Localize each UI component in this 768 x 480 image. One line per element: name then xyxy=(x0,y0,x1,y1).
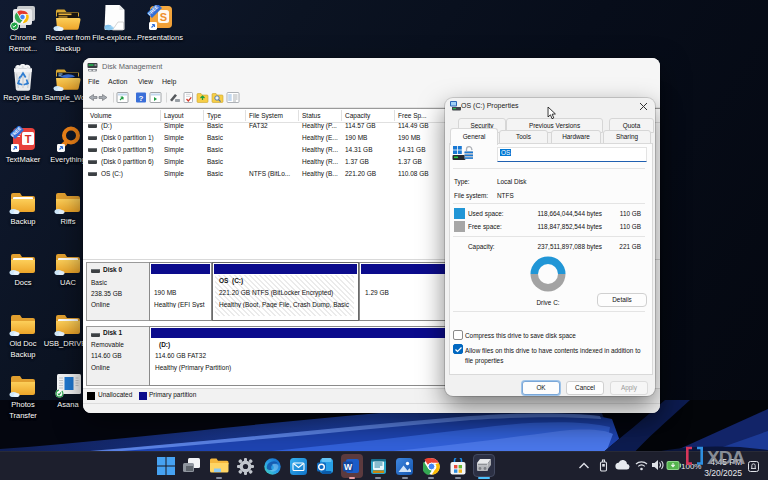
svg-text:?: ? xyxy=(139,94,144,103)
svg-text:S: S xyxy=(160,11,167,23)
svg-text:XDA: XDA xyxy=(707,447,745,467)
svg-text:W: W xyxy=(344,461,353,471)
svg-text:T: T xyxy=(25,133,32,145)
